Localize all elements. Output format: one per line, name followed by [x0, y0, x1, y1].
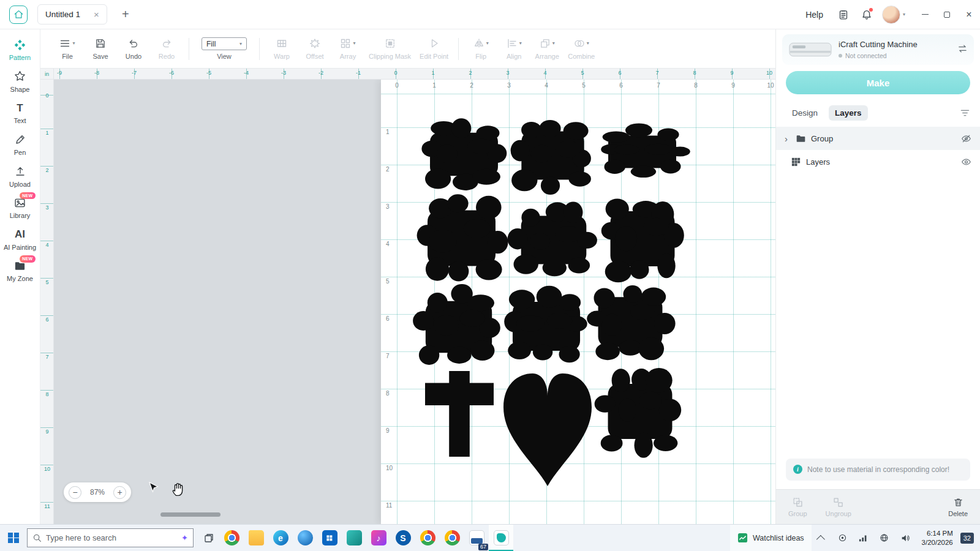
user-avatar[interactable]: ▾: [882, 6, 905, 24]
switch-machine-icon[interactable]: [957, 43, 968, 56]
news-widget[interactable]: Watchlist ideas: [730, 525, 812, 551]
caret-down-icon: ▾: [552, 41, 555, 46]
taskbar-app-chrome[interactable]: [219, 525, 244, 551]
task-view-icon[interactable]: [198, 525, 219, 551]
clipping-mask-button[interactable]: Clipping Mask: [365, 37, 415, 60]
tray-network-icon[interactable]: [853, 525, 874, 551]
view-label: View: [217, 53, 232, 60]
minimize-button[interactable]: [914, 4, 936, 25]
save-button[interactable]: Save: [85, 37, 116, 60]
sidebar-item-upload[interactable]: Upload: [1, 165, 39, 189]
layer-filter-icon[interactable]: [960, 108, 970, 118]
canvas-body[interactable]: 012345678910 1234567891011 − 87% +: [54, 80, 775, 524]
file-menu-button[interactable]: ▾ File: [51, 37, 83, 60]
copilot-sparkle-icon[interactable]: ✦: [181, 534, 188, 542]
taskbar-app-file-explorer[interactable]: [244, 525, 268, 551]
chevron-right-icon[interactable]: ›: [785, 133, 791, 144]
horizontal-scrollbar[interactable]: [160, 512, 221, 517]
taskbar-app-snip[interactable]: 67: [464, 525, 489, 551]
arrange-button[interactable]: ▾ Arrange: [531, 37, 563, 60]
tray-volume-icon[interactable]: [895, 525, 916, 551]
new-tab-button[interactable]: +: [118, 7, 133, 21]
date-label: 3/20/2026: [922, 538, 953, 547]
windows-logo-icon: [8, 533, 19, 544]
tab-layers[interactable]: Layers: [829, 105, 868, 121]
taskbar-app[interactable]: [342, 525, 366, 551]
ungroup-button[interactable]: Ungroup: [826, 497, 851, 517]
sidebar-label: Library: [10, 212, 31, 220]
sidebar-item-shape[interactable]: Shape: [1, 70, 39, 94]
taskbar-app-music[interactable]: ♪: [366, 525, 391, 551]
sidebar-item-pen[interactable]: Pen: [1, 133, 39, 157]
show-hidden-icons-chevron[interactable]: [812, 525, 832, 551]
taskbar-app-store[interactable]: [317, 525, 342, 551]
document-tab[interactable]: Untitled 1 ×: [37, 4, 107, 24]
taskbar-app-chrome-2[interactable]: [415, 525, 440, 551]
clipboard-icon[interactable]: [835, 7, 851, 23]
panel-tabs: Design Layers: [786, 105, 970, 121]
layer-row-group[interactable]: › Group: [776, 127, 980, 150]
watchlist-icon: [737, 533, 748, 543]
redo-button[interactable]: Redo: [151, 37, 183, 60]
note-text: Note to use material in corresponding co…: [807, 465, 949, 474]
array-button[interactable]: ▾ Array: [332, 37, 364, 60]
warp-button[interactable]: Warp: [266, 37, 298, 60]
canvas-shapes[interactable]: [54, 80, 775, 524]
group-icon: [793, 497, 803, 508]
chevron-up-icon: [816, 535, 824, 544]
sidebar-item-ai-painting[interactable]: AI AI Painting: [1, 228, 39, 252]
home-button[interactable]: [9, 6, 28, 24]
taskbar-app[interactable]: [293, 525, 317, 551]
zoom-out-button[interactable]: −: [69, 486, 81, 499]
align-button[interactable]: ▾ Align: [498, 37, 530, 60]
ruler-vertical: 01234567891011: [40, 80, 54, 524]
maximize-button[interactable]: [936, 4, 958, 25]
taskbar-app-sams[interactable]: S: [391, 525, 415, 551]
machine-image: [788, 39, 832, 60]
search-icon: [32, 533, 42, 542]
make-button[interactable]: Make: [786, 71, 970, 94]
start-button[interactable]: [0, 525, 27, 551]
sidebar-item-text[interactable]: T Text: [1, 101, 39, 125]
sidebar-item-pattern[interactable]: Pattern: [1, 38, 39, 62]
tray-globe-icon[interactable]: [874, 525, 895, 551]
ruler-unit: in: [40, 69, 54, 80]
group-button[interactable]: Group: [788, 497, 807, 517]
search-input[interactable]: [46, 533, 177, 542]
fill-dropdown[interactable]: Fill ▾: [202, 37, 247, 50]
help-link[interactable]: Help: [805, 10, 823, 20]
taskbar-app-icraft-active[interactable]: [489, 525, 513, 551]
flip-button[interactable]: ▾ Flip: [465, 37, 497, 60]
undo-button[interactable]: Undo: [118, 37, 149, 60]
pan-hand-icon[interactable]: [170, 481, 186, 500]
select-cursor-icon[interactable]: [146, 481, 160, 500]
hamburger-icon: [59, 38, 70, 49]
taskbar-app-edge[interactable]: e: [268, 525, 293, 551]
chrome-icon: [420, 530, 435, 545]
machine-card[interactable]: iCraft Cutting Machine Not connected: [782, 34, 974, 65]
tab-close-icon[interactable]: ×: [94, 9, 99, 20]
visibility-on-icon[interactable]: [961, 157, 971, 167]
array-icon: [340, 38, 351, 49]
offset-button[interactable]: Offset: [299, 37, 331, 60]
maximize-icon: [944, 12, 950, 18]
notifications-bell-icon[interactable]: [859, 7, 875, 23]
zoom-in-button[interactable]: +: [113, 486, 126, 499]
action-center-badge[interactable]: 32: [960, 533, 974, 544]
sidebar-item-library[interactable]: NEW Library: [1, 196, 39, 220]
sidebar-item-my-zone[interactable]: NEW My Zone: [1, 259, 39, 283]
delete-button[interactable]: Delete: [948, 497, 968, 517]
chrome-icon: [224, 530, 239, 545]
combine-button[interactable]: ▾ Combine: [564, 37, 598, 60]
tray-magnifier-icon[interactable]: [832, 525, 853, 551]
sidebar-label: Upload: [9, 181, 31, 189]
ai-icon: AI: [15, 228, 25, 241]
taskbar-app-chrome-3[interactable]: [440, 525, 464, 551]
tab-design[interactable]: Design: [786, 105, 824, 121]
taskbar-clock[interactable]: 6:14 PM 3/20/2026: [916, 529, 959, 547]
visibility-off-icon[interactable]: [961, 133, 971, 144]
edit-point-button[interactable]: Edit Point: [416, 37, 452, 60]
close-button[interactable]: ×: [958, 4, 980, 25]
layer-row-layers[interactable]: Layers: [776, 150, 980, 173]
taskbar-search[interactable]: ✦: [27, 528, 194, 547]
